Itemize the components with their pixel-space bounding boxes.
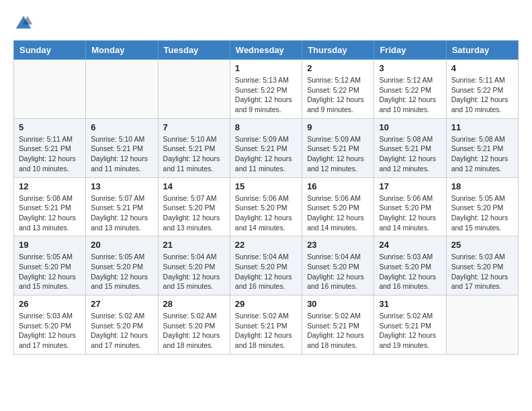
weekday-header-sunday: Sunday <box>14 41 86 60</box>
day-info: Sunrise: 5:03 AM Sunset: 5:20 PM Dayligh… <box>451 252 513 291</box>
calendar-cell <box>14 60 86 119</box>
day-number: 22 <box>235 240 297 250</box>
day-info: Sunrise: 5:04 AM Sunset: 5:20 PM Dayligh… <box>235 252 297 291</box>
page-header <box>13 13 519 34</box>
day-info: Sunrise: 5:04 AM Sunset: 5:20 PM Dayligh… <box>307 252 369 291</box>
calendar-cell: 27Sunrise: 5:02 AM Sunset: 5:20 PM Dayli… <box>86 295 158 355</box>
day-number: 21 <box>163 240 225 250</box>
day-info: Sunrise: 5:08 AM Sunset: 5:21 PM Dayligh… <box>379 134 441 174</box>
calendar-cell: 3Sunrise: 5:12 AM Sunset: 5:22 PM Daylig… <box>374 60 446 119</box>
calendar-cell: 7Sunrise: 5:10 AM Sunset: 5:21 PM Daylig… <box>158 118 230 177</box>
day-info: Sunrise: 5:13 AM Sunset: 5:22 PM Dayligh… <box>235 75 297 115</box>
day-number: 30 <box>307 299 369 309</box>
calendar-cell: 19Sunrise: 5:05 AM Sunset: 5:20 PM Dayli… <box>14 236 86 295</box>
day-info: Sunrise: 5:03 AM Sunset: 5:20 PM Dayligh… <box>19 311 81 351</box>
day-info: Sunrise: 5:08 AM Sunset: 5:21 PM Dayligh… <box>19 193 81 233</box>
day-number: 19 <box>19 240 81 250</box>
day-number: 25 <box>451 240 513 250</box>
calendar-cell: 13Sunrise: 5:07 AM Sunset: 5:21 PM Dayli… <box>86 177 158 236</box>
day-number: 18 <box>451 181 513 191</box>
day-info: Sunrise: 5:10 AM Sunset: 5:21 PM Dayligh… <box>163 134 225 174</box>
calendar-cell: 24Sunrise: 5:03 AM Sunset: 5:20 PM Dayli… <box>374 236 446 295</box>
day-number: 24 <box>379 240 441 250</box>
calendar-cell: 30Sunrise: 5:02 AM Sunset: 5:21 PM Dayli… <box>302 295 374 355</box>
day-info: Sunrise: 5:02 AM Sunset: 5:21 PM Dayligh… <box>307 311 369 351</box>
day-info: Sunrise: 5:07 AM Sunset: 5:21 PM Dayligh… <box>91 193 152 233</box>
calendar-cell: 25Sunrise: 5:03 AM Sunset: 5:20 PM Dayli… <box>446 236 518 295</box>
calendar-cell: 20Sunrise: 5:05 AM Sunset: 5:20 PM Dayli… <box>86 236 158 295</box>
day-number: 26 <box>19 299 81 309</box>
day-info: Sunrise: 5:06 AM Sunset: 5:20 PM Dayligh… <box>235 193 297 233</box>
calendar-cell: 22Sunrise: 5:04 AM Sunset: 5:20 PM Dayli… <box>230 236 302 295</box>
calendar-cell: 6Sunrise: 5:10 AM Sunset: 5:21 PM Daylig… <box>86 118 158 177</box>
calendar-cell: 14Sunrise: 5:07 AM Sunset: 5:20 PM Dayli… <box>158 177 230 236</box>
week-row-1: 1Sunrise: 5:13 AM Sunset: 5:22 PM Daylig… <box>14 60 519 119</box>
day-number: 11 <box>451 122 513 132</box>
day-info: Sunrise: 5:05 AM Sunset: 5:20 PM Dayligh… <box>91 252 152 291</box>
day-info: Sunrise: 5:08 AM Sunset: 5:21 PM Dayligh… <box>451 134 513 174</box>
day-number: 3 <box>379 63 441 73</box>
week-row-2: 5Sunrise: 5:11 AM Sunset: 5:21 PM Daylig… <box>14 118 519 177</box>
day-info: Sunrise: 5:10 AM Sunset: 5:21 PM Dayligh… <box>91 134 152 174</box>
week-row-3: 12Sunrise: 5:08 AM Sunset: 5:21 PM Dayli… <box>14 177 519 236</box>
calendar-cell: 1Sunrise: 5:13 AM Sunset: 5:22 PM Daylig… <box>230 60 302 119</box>
calendar-cell: 31Sunrise: 5:02 AM Sunset: 5:21 PM Dayli… <box>374 295 446 355</box>
calendar-cell: 28Sunrise: 5:02 AM Sunset: 5:20 PM Dayli… <box>158 295 230 355</box>
day-number: 9 <box>307 122 369 132</box>
calendar-cell: 26Sunrise: 5:03 AM Sunset: 5:20 PM Dayli… <box>14 295 86 355</box>
day-info: Sunrise: 5:11 AM Sunset: 5:21 PM Dayligh… <box>19 134 81 174</box>
calendar-cell: 23Sunrise: 5:04 AM Sunset: 5:20 PM Dayli… <box>302 236 374 295</box>
calendar-cell: 8Sunrise: 5:09 AM Sunset: 5:21 PM Daylig… <box>230 118 302 177</box>
day-number: 10 <box>379 122 441 132</box>
day-number: 31 <box>379 299 441 309</box>
day-number: 5 <box>19 122 81 132</box>
day-info: Sunrise: 5:12 AM Sunset: 5:22 PM Dayligh… <box>379 75 441 115</box>
day-number: 1 <box>235 63 297 73</box>
day-info: Sunrise: 5:06 AM Sunset: 5:20 PM Dayligh… <box>379 193 441 233</box>
weekday-header-saturday: Saturday <box>446 41 518 60</box>
calendar-cell: 16Sunrise: 5:06 AM Sunset: 5:20 PM Dayli… <box>302 177 374 236</box>
day-number: 6 <box>91 122 152 132</box>
day-number: 7 <box>163 122 225 132</box>
weekday-header-monday: Monday <box>86 41 158 60</box>
day-info: Sunrise: 5:02 AM Sunset: 5:20 PM Dayligh… <box>91 311 152 351</box>
calendar-cell <box>86 60 158 119</box>
calendar-cell: 4Sunrise: 5:11 AM Sunset: 5:22 PM Daylig… <box>446 60 518 119</box>
day-number: 13 <box>91 181 152 191</box>
day-number: 29 <box>235 299 297 309</box>
weekday-header-tuesday: Tuesday <box>158 41 230 60</box>
calendar-cell: 18Sunrise: 5:05 AM Sunset: 5:20 PM Dayli… <box>446 177 518 236</box>
day-info: Sunrise: 5:03 AM Sunset: 5:20 PM Dayligh… <box>379 252 441 291</box>
day-info: Sunrise: 5:02 AM Sunset: 5:21 PM Dayligh… <box>235 311 297 351</box>
day-info: Sunrise: 5:04 AM Sunset: 5:20 PM Dayligh… <box>163 252 225 291</box>
day-info: Sunrise: 5:09 AM Sunset: 5:21 PM Dayligh… <box>235 134 297 174</box>
day-number: 4 <box>451 63 513 73</box>
day-info: Sunrise: 5:05 AM Sunset: 5:20 PM Dayligh… <box>19 252 81 291</box>
weekday-header-friday: Friday <box>374 41 446 60</box>
day-number: 27 <box>91 299 152 309</box>
calendar-cell: 5Sunrise: 5:11 AM Sunset: 5:21 PM Daylig… <box>14 118 86 177</box>
logo-icon <box>13 13 34 34</box>
calendar-cell: 2Sunrise: 5:12 AM Sunset: 5:22 PM Daylig… <box>302 60 374 119</box>
calendar-cell: 9Sunrise: 5:09 AM Sunset: 5:21 PM Daylig… <box>302 118 374 177</box>
day-number: 20 <box>91 240 152 250</box>
day-info: Sunrise: 5:05 AM Sunset: 5:20 PM Dayligh… <box>451 193 513 233</box>
logo <box>13 13 37 34</box>
calendar-cell: 11Sunrise: 5:08 AM Sunset: 5:21 PM Dayli… <box>446 118 518 177</box>
day-number: 28 <box>163 299 225 309</box>
day-number: 8 <box>235 122 297 132</box>
day-info: Sunrise: 5:07 AM Sunset: 5:20 PM Dayligh… <box>163 193 225 233</box>
calendar-cell: 21Sunrise: 5:04 AM Sunset: 5:20 PM Dayli… <box>158 236 230 295</box>
day-number: 2 <box>307 63 369 73</box>
calendar-table: SundayMondayTuesdayWednesdayThursdayFrid… <box>13 40 519 355</box>
calendar-cell: 15Sunrise: 5:06 AM Sunset: 5:20 PM Dayli… <box>230 177 302 236</box>
day-number: 17 <box>379 181 441 191</box>
day-number: 15 <box>235 181 297 191</box>
day-info: Sunrise: 5:02 AM Sunset: 5:20 PM Dayligh… <box>163 311 225 351</box>
day-info: Sunrise: 5:02 AM Sunset: 5:21 PM Dayligh… <box>379 311 441 351</box>
weekday-header-wednesday: Wednesday <box>230 41 302 60</box>
weekday-header-thursday: Thursday <box>302 41 374 60</box>
day-info: Sunrise: 5:11 AM Sunset: 5:22 PM Dayligh… <box>451 75 513 115</box>
day-info: Sunrise: 5:06 AM Sunset: 5:20 PM Dayligh… <box>307 193 369 233</box>
calendar-cell: 17Sunrise: 5:06 AM Sunset: 5:20 PM Dayli… <box>374 177 446 236</box>
